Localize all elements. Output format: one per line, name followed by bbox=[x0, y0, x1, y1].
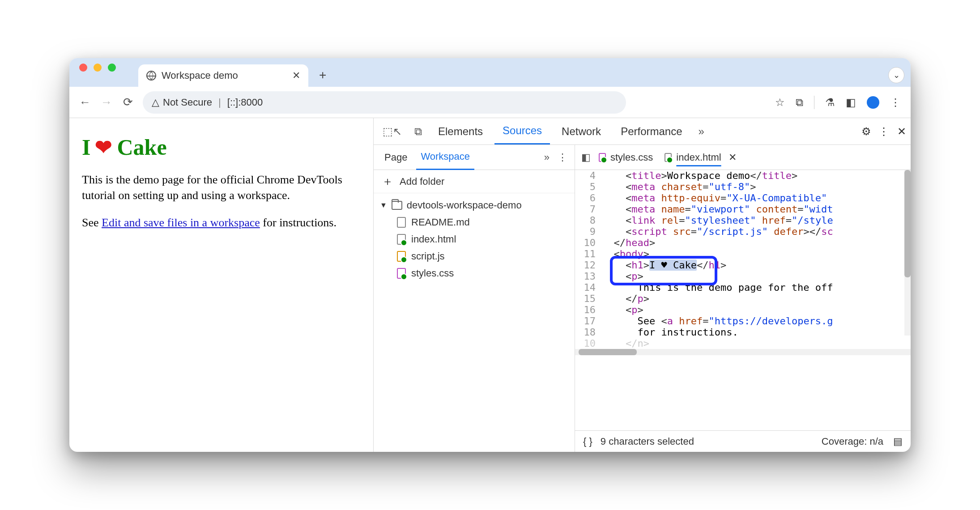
editor-tab-label: styles.css bbox=[610, 152, 653, 163]
tab-performance[interactable]: Performance bbox=[613, 119, 690, 144]
more-tabs-button[interactable]: » bbox=[694, 125, 709, 138]
tab-network[interactable]: Network bbox=[554, 119, 609, 144]
heading-prefix: I bbox=[82, 134, 90, 160]
bookmark-star-icon[interactable]: ☆ bbox=[775, 96, 785, 109]
toolbar-divider bbox=[814, 96, 814, 109]
navigator-more-tabs[interactable]: » bbox=[544, 152, 550, 163]
file-name: README.md bbox=[411, 217, 470, 228]
close-tab-button[interactable]: ✕ bbox=[292, 70, 300, 81]
file-name: script.js bbox=[411, 251, 445, 262]
device-toolbar-icon[interactable]: ⧉ bbox=[410, 125, 426, 138]
settings-gear-icon[interactable]: ⚙ bbox=[861, 125, 871, 138]
html-file-icon bbox=[665, 153, 672, 162]
add-folder-button[interactable]: ＋ Add folder bbox=[374, 170, 575, 193]
format-code-icon[interactable]: { } bbox=[583, 436, 592, 447]
labs-icon[interactable]: ⚗ bbox=[825, 96, 835, 109]
p2-prefix: See bbox=[82, 216, 102, 229]
extensions-icon[interactable]: ⧉ bbox=[796, 96, 803, 109]
folder-caret-icon: ▼ bbox=[380, 201, 387, 209]
tabs-dropdown-button[interactable]: ⌄ bbox=[888, 67, 904, 83]
coverage-status: Coverage: n/a bbox=[822, 436, 883, 447]
add-folder-label: Add folder bbox=[400, 176, 444, 187]
selection-status: 9 characters selected bbox=[601, 436, 694, 447]
inspect-element-icon[interactable]: ⬚↖ bbox=[378, 125, 406, 138]
file-name: index.html bbox=[411, 234, 456, 245]
navigator-menu-button[interactable]: ⋮ bbox=[558, 152, 568, 163]
address-bar[interactable]: △ Not Secure | [::]:8000 bbox=[143, 91, 626, 114]
tab-elements[interactable]: Elements bbox=[430, 119, 491, 144]
fullscreen-window-button[interactable] bbox=[108, 64, 116, 72]
tab-sources[interactable]: Sources bbox=[494, 118, 550, 144]
warning-icon: △ bbox=[152, 97, 159, 108]
editor-source-map-icon[interactable]: ▤ bbox=[893, 436, 903, 447]
close-editor-tab-button[interactable]: ✕ bbox=[729, 152, 737, 163]
code-area[interactable]: 4 <title>Workspace demo</title> 5 <meta … bbox=[575, 170, 911, 430]
editor-tab-label: index.html bbox=[676, 152, 721, 163]
editor-statusbar: { } 9 characters selected Coverage: n/a … bbox=[575, 430, 911, 452]
file-row-index[interactable]: index.html bbox=[377, 231, 571, 248]
folder-icon bbox=[392, 201, 402, 210]
file-row-readme[interactable]: README.md bbox=[377, 214, 571, 231]
page-heading: I ❤ Cake bbox=[82, 134, 361, 160]
content-area: I ❤ Cake This is the demo page for the o… bbox=[69, 118, 911, 452]
workspace-docs-link[interactable]: Edit and save files in a workspace bbox=[102, 216, 260, 229]
close-window-button[interactable] bbox=[79, 64, 87, 72]
browser-tab[interactable]: Workspace demo ✕ bbox=[138, 64, 308, 87]
page-paragraph-1: This is the demo page for the official C… bbox=[82, 172, 361, 203]
vertical-scrollbar[interactable] bbox=[904, 170, 911, 336]
navigator-tabs: Page Workspace » ⋮ bbox=[374, 145, 575, 170]
toggle-navigator-icon[interactable]: ◧ bbox=[581, 152, 591, 163]
js-file-icon bbox=[397, 251, 406, 262]
new-tab-button[interactable]: + bbox=[319, 68, 326, 82]
heading-suffix: Cake bbox=[117, 134, 166, 160]
page-paragraph-2: See Edit and save files in a workspace f… bbox=[82, 215, 361, 230]
folder-row[interactable]: ▼ devtools-workspace-demo bbox=[377, 197, 571, 214]
editor-tab-styles[interactable]: styles.css bbox=[595, 147, 656, 168]
security-label: Not Secure bbox=[163, 97, 212, 108]
close-devtools-button[interactable]: ✕ bbox=[897, 125, 906, 138]
file-row-script[interactable]: script.js bbox=[377, 248, 571, 265]
sources-navigator: Page Workspace » ⋮ ＋ Add folder bbox=[374, 145, 575, 452]
tab-strip: Workspace demo ✕ + ⌄ bbox=[69, 58, 911, 87]
horizontal-scrollbar[interactable] bbox=[575, 349, 911, 355]
plus-icon: ＋ bbox=[382, 174, 393, 189]
css-file-icon bbox=[397, 268, 406, 279]
devtools-menu-button[interactable]: ⋮ bbox=[878, 125, 890, 138]
editor-tab-index[interactable]: index.html ✕ bbox=[661, 147, 740, 168]
forward-button[interactable]: → bbox=[100, 96, 113, 109]
file-name: styles.css bbox=[411, 268, 454, 279]
navigator-tab-page[interactable]: Page bbox=[380, 145, 412, 170]
url-text: [::]:8000 bbox=[227, 97, 263, 108]
css-file-icon bbox=[599, 153, 606, 162]
file-row-styles[interactable]: styles.css bbox=[377, 265, 571, 282]
folder-name: devtools-workspace-demo bbox=[407, 200, 522, 211]
tab-title: Workspace demo bbox=[162, 70, 238, 81]
browser-window: Workspace demo ✕ + ⌄ ← → ⟳ △ Not Secure … bbox=[69, 58, 911, 452]
devtools-panel: ⬚↖ ⧉ Elements Sources Network Performanc… bbox=[374, 118, 911, 452]
html-file-icon bbox=[397, 234, 406, 245]
browser-menu-button[interactable]: ⋮ bbox=[890, 96, 902, 109]
reload-button[interactable]: ⟳ bbox=[121, 96, 135, 109]
back-button[interactable]: ← bbox=[78, 96, 92, 109]
rendered-page: I ❤ Cake This is the demo page for the o… bbox=[69, 118, 374, 452]
minimize-window-button[interactable] bbox=[94, 64, 102, 72]
p2-suffix: for instructions. bbox=[260, 216, 337, 229]
window-controls bbox=[79, 64, 116, 72]
toolbar: ← → ⟳ △ Not Secure | [::]:8000 ☆ ⧉ ⚗ ◧ ⋮ bbox=[69, 87, 911, 118]
security-indicator[interactable]: △ Not Secure bbox=[152, 97, 212, 108]
profile-avatar[interactable] bbox=[867, 96, 879, 109]
devtools-tabs: ⬚↖ ⧉ Elements Sources Network Performanc… bbox=[374, 118, 911, 145]
source-editor: ◧ styles.css index.html ✕ bbox=[575, 145, 911, 452]
side-panel-icon[interactable]: ◧ bbox=[846, 96, 856, 109]
editor-tabs: ◧ styles.css index.html ✕ bbox=[575, 145, 911, 170]
file-icon bbox=[397, 217, 406, 228]
navigator-tab-workspace[interactable]: Workspace bbox=[416, 145, 474, 170]
heart-icon: ❤ bbox=[95, 135, 112, 159]
favicon-globe-icon bbox=[146, 71, 156, 81]
file-tree: ▼ devtools-workspace-demo README.md inde… bbox=[374, 193, 575, 285]
